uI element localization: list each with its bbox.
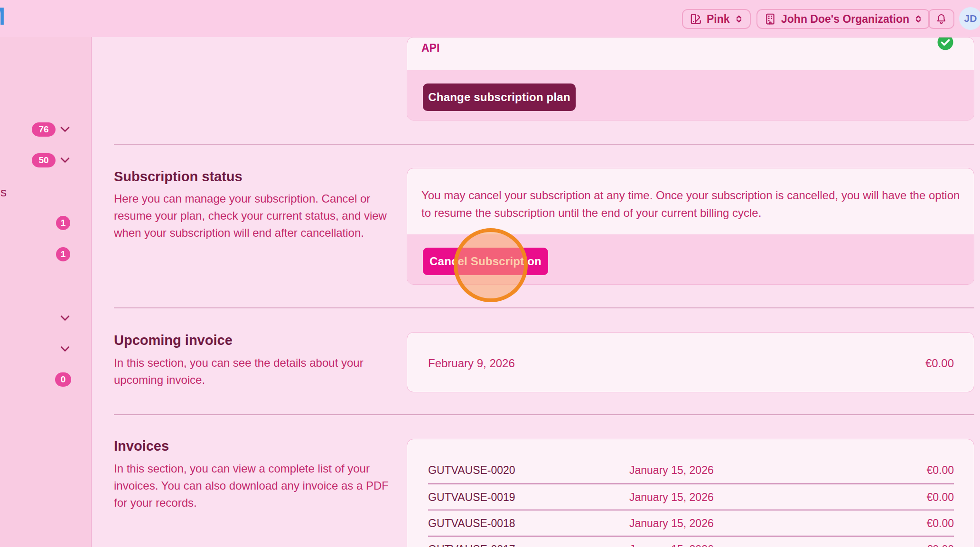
chevron-down-icon[interactable]	[60, 315, 70, 323]
section-divider	[114, 307, 974, 308]
chevron-updown-icon	[914, 14, 923, 24]
subscription-status-description: Here you can manage your subscription. C…	[114, 190, 396, 241]
sidebar-count-badge[interactable]: 0	[55, 372, 71, 387]
invoices-table: GUTVAUSE-0020 January 15, 2026 €0.00 GUT…	[428, 457, 954, 547]
invoice-date: January 15, 2026	[629, 537, 714, 547]
plan-features-card: API Change subscription plan	[407, 37, 974, 121]
theme-selector-button[interactable]: Pink	[682, 9, 751, 29]
sidebar-count-badge[interactable]: 50	[32, 153, 56, 167]
upcoming-invoice-description: In this section, you can see the details…	[114, 354, 396, 389]
invoice-date: January 15, 2026	[629, 484, 714, 510]
notifications-button[interactable]	[928, 9, 954, 29]
organization-selector-button[interactable]: John Doe's Organization	[756, 9, 930, 29]
invoice-number: GUTVAUSE-0017	[428, 537, 515, 547]
change-subscription-plan-button[interactable]: Change subscription plan	[423, 83, 576, 111]
sidebar-item-label-partial[interactable]: s	[0, 185, 7, 200]
chevron-down-icon[interactable]	[60, 345, 70, 354]
click-indicator	[454, 228, 528, 302]
building-icon	[764, 13, 776, 25]
check-circle-icon	[937, 37, 954, 53]
billing-settings-page: M Pink	[0, 0, 980, 547]
cancellation-info-text: You may cancel your subscription at any …	[421, 186, 972, 222]
invoice-number: GUTVAUSE-0019	[428, 484, 515, 510]
chevron-updown-icon	[735, 14, 743, 24]
invoices-title: Invoices	[114, 438, 169, 454]
invoice-amount: €0.00	[926, 484, 954, 510]
invoice-row[interactable]: GUTVAUSE-0019 January 15, 2026 €0.00	[428, 483, 954, 510]
section-divider	[114, 414, 974, 415]
invoice-amount: €0.00	[926, 537, 954, 547]
top-bar: M Pink	[0, 0, 980, 37]
app-logo: M	[0, 2, 5, 30]
invoice-date: January 15, 2026	[629, 457, 714, 483]
sidebar-count-badge[interactable]: 1	[56, 216, 70, 230]
user-avatar[interactable]: JD	[959, 7, 980, 30]
invoice-amount: €0.00	[926, 510, 954, 537]
invoice-row[interactable]: GUTVAUSE-0020 January 15, 2026 €0.00	[428, 457, 954, 483]
invoice-number: GUTVAUSE-0018	[428, 510, 515, 537]
invoice-amount: €0.00	[926, 457, 954, 483]
plan-feature-api-label: API	[421, 42, 439, 55]
subscription-status-title: Subscription status	[114, 169, 243, 185]
invoice-row[interactable]: GUTVAUSE-0017 January 15, 2026 €0.00	[428, 536, 954, 547]
upcoming-invoice-amount: €0.00	[925, 357, 954, 370]
bell-icon	[935, 13, 947, 25]
section-divider	[114, 144, 974, 145]
upcoming-invoice-title: Upcoming invoice	[114, 333, 233, 348]
organization-selector-label: John Doe's Organization	[781, 13, 909, 26]
upcoming-invoice-date: February 9, 2026	[428, 357, 515, 370]
invoice-row[interactable]: GUTVAUSE-0018 January 15, 2026 €0.00	[428, 510, 954, 536]
chevron-down-icon[interactable]	[60, 126, 70, 134]
swatch-icon	[690, 13, 702, 25]
sidebar-count-badge[interactable]: 1	[56, 247, 70, 261]
chevron-down-icon[interactable]	[60, 157, 70, 165]
invoice-date: January 15, 2026	[629, 510, 714, 537]
invoice-number: GUTVAUSE-0020	[428, 457, 515, 483]
theme-selector-label: Pink	[707, 13, 730, 26]
invoices-card: GUTVAUSE-0020 January 15, 2026 €0.00 GUT…	[407, 439, 974, 547]
sidebar-nav: 76 50 s 1 1 0	[0, 37, 92, 547]
upcoming-invoice-card: February 9, 2026 €0.00	[407, 332, 974, 392]
invoices-description: In this section, you can view a complete…	[114, 460, 396, 511]
sidebar-count-badge[interactable]: 76	[32, 122, 56, 137]
